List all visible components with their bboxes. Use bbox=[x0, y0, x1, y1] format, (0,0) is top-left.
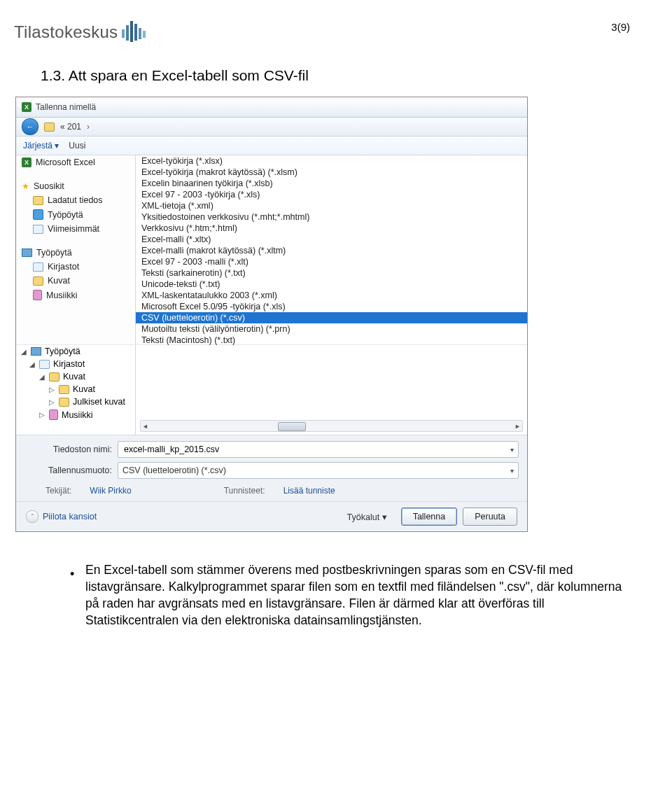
section-heading: 1.3. Att spara en Excel-tabell som CSV-f… bbox=[0, 50, 672, 97]
folder-icon bbox=[59, 398, 69, 407]
bullet-text: En Excel-tabell som stämmer överens med … bbox=[85, 561, 623, 629]
filetype-option[interactable]: Excel 97 - 2003 -malli (*.xlt) bbox=[136, 256, 527, 267]
window-title: Tallenna nimellä bbox=[36, 102, 96, 112]
filetype-option[interactable]: Excel-työkirja (*.xlsx) bbox=[136, 155, 527, 167]
logo-text: Tilastokeskus bbox=[14, 22, 118, 42]
filename-field[interactable]: ▾ bbox=[118, 441, 519, 458]
places-sidebar: XMicrosoft Excel ★Suosikit Ladatut tiedo… bbox=[16, 155, 136, 344]
recent-icon bbox=[33, 225, 43, 234]
dialog-button-row: ˄ Piilota kansiot Työkalut ▾ Tallenna Pe… bbox=[16, 501, 527, 531]
chevron-down-icon[interactable]: ▾ bbox=[510, 446, 514, 454]
bullet-icon bbox=[70, 561, 76, 629]
sidebar-item-downloads[interactable]: Ladatut tiedos bbox=[16, 193, 135, 207]
filename-row: Tiedoston nimi: ▾ bbox=[24, 441, 519, 458]
sidebar-item-desktop[interactable]: Työpöytä bbox=[16, 207, 135, 222]
save-dialog: X Tallenna nimellä ← « 201 › Järjestä ▾ … bbox=[15, 97, 528, 532]
scroll-thumb[interactable] bbox=[278, 422, 306, 431]
svg-rect-4 bbox=[139, 28, 141, 39]
sidebar-item-libraries[interactable]: Kirjastot bbox=[16, 260, 135, 274]
filetype-option[interactable]: Muotoiltu teksti (välilyöntierotin) (*.p… bbox=[136, 323, 527, 335]
filename-label: Tiedoston nimi: bbox=[24, 444, 112, 454]
window-titlebar: X Tallenna nimellä bbox=[16, 97, 527, 118]
star-icon: ★ bbox=[22, 181, 29, 191]
form-area: Tiedoston nimi: ▾ Tallennusmuoto: CSV (l… bbox=[16, 435, 527, 501]
monitor-icon bbox=[22, 248, 32, 257]
folder-icon bbox=[49, 372, 59, 382]
svg-rect-0 bbox=[122, 29, 125, 38]
filetype-option[interactable]: XML-tietoja (*.xml) bbox=[136, 200, 527, 211]
tree-item-music[interactable]: ▷Musiikki bbox=[16, 408, 135, 421]
filetype-option[interactable]: Microsoft Excel 5.0/95 -työkirja (*.xls) bbox=[136, 301, 527, 312]
sidebar-item-recent[interactable]: Viimeisimmät bbox=[16, 222, 135, 236]
filetype-option[interactable]: Excel-malli (makrot käytössä) (*.xltm) bbox=[136, 245, 527, 256]
filename-input[interactable] bbox=[122, 444, 510, 455]
excel-icon: X bbox=[22, 102, 31, 112]
svg-rect-2 bbox=[130, 21, 133, 42]
right-buttons: Työkalut ▾ Tallenna Peruuta bbox=[347, 507, 517, 526]
sidebar-item-desktop2[interactable]: Työpöytä bbox=[16, 246, 135, 260]
libraries-icon bbox=[33, 262, 43, 272]
horizontal-scrollbar[interactable]: ◄ ► bbox=[140, 420, 523, 432]
filetype-option[interactable]: CSV (luetteloerotin) (*.csv) bbox=[136, 312, 527, 323]
authors-value[interactable]: Wiik Pirkko bbox=[90, 486, 131, 496]
sidebar-item-music[interactable]: Musiikki bbox=[16, 288, 135, 302]
logo-bars-icon bbox=[122, 21, 146, 43]
nav-bar: ← « 201 › bbox=[16, 118, 527, 136]
filetype-option[interactable]: Excel-malli (*.xltx) bbox=[136, 234, 527, 245]
tools-menu[interactable]: Työkalut ▾ bbox=[347, 512, 396, 522]
filetype-option[interactable]: Excel-työkirja (makrot käytössä) (*.xlsm… bbox=[136, 167, 527, 178]
tree-item-public-pictures[interactable]: ▷Julkiset kuvat bbox=[16, 396, 135, 408]
svg-rect-1 bbox=[126, 25, 129, 41]
hide-folders-button[interactable]: ˄ Piilota kansiot bbox=[26, 510, 97, 523]
page-number: 3(9) bbox=[611, 21, 630, 33]
filetype-option[interactable]: Unicode-teksti (*.txt) bbox=[136, 279, 527, 290]
libraries-icon bbox=[39, 360, 50, 369]
sidebar-item-excel[interactable]: XMicrosoft Excel bbox=[16, 155, 135, 169]
folder-tree: ◢Työpöytä ◢Kirjastot ◢Kuvat ▷Kuvat ▷Julk… bbox=[16, 345, 136, 435]
document-page: Tilastokeskus 3(9) 1.3. Att spara en Exc… bbox=[0, 0, 672, 798]
toolbar-row: Järjestä ▾ Uusi bbox=[16, 136, 527, 155]
bullet-item: En Excel-tabell som stämmer överens med … bbox=[70, 561, 623, 629]
music-icon bbox=[49, 410, 58, 420]
filetype-option[interactable]: XML-laskentataulukko 2003 (*.xml) bbox=[136, 290, 527, 301]
chevron-up-icon: ˄ bbox=[26, 510, 38, 523]
filetype-selected: CSV (luetteloerotin) (*.csv) bbox=[122, 465, 226, 475]
filetype-option[interactable]: Teksti (sarkainerotin) (*.txt) bbox=[136, 267, 527, 279]
folder-icon bbox=[33, 276, 43, 286]
tree-item-libraries[interactable]: ◢Kirjastot bbox=[16, 358, 135, 370]
filetype-option[interactable]: Teksti (Macintosh) (*.txt) bbox=[136, 335, 527, 346]
dialog-body: XMicrosoft Excel ★Suosikit Ladatut tiedo… bbox=[16, 155, 527, 344]
filetype-dropdown-list[interactable]: Excel-työkirja (*.xlsx)Excel-työkirja (m… bbox=[136, 155, 527, 344]
authors-label: Tekijät: bbox=[46, 486, 71, 496]
organize-menu[interactable]: Järjestä ▾ bbox=[23, 141, 59, 150]
page-header: Tilastokeskus 3(9) bbox=[0, 0, 672, 50]
desktop-icon bbox=[33, 209, 43, 220]
sidebar-item-favorites[interactable]: ★Suosikit bbox=[16, 179, 135, 193]
tree-item-pictures2[interactable]: ▷Kuvat bbox=[16, 383, 135, 396]
chevron-right-icon: › bbox=[87, 122, 90, 132]
scroll-left-icon[interactable]: ◄ bbox=[142, 423, 148, 430]
music-icon bbox=[33, 290, 42, 300]
scroll-right-icon[interactable]: ► bbox=[514, 423, 521, 430]
filetype-option[interactable]: Excelin binaarinen työkirja (*.xlsb) bbox=[136, 178, 527, 189]
excel-icon: X bbox=[22, 158, 31, 167]
logo: Tilastokeskus bbox=[14, 21, 146, 43]
new-folder-button[interactable]: Uusi bbox=[69, 141, 85, 150]
filetype-label: Tallennusmuoto: bbox=[24, 465, 112, 475]
folder-icon bbox=[33, 196, 43, 205]
filetype-option[interactable]: Excel 97 - 2003 -työkirja (*.xls) bbox=[136, 189, 527, 200]
tags-label: Tunnisteet: bbox=[224, 486, 265, 496]
tags-value[interactable]: Lisää tunniste bbox=[284, 486, 335, 496]
file-pane: ◄ ► bbox=[136, 345, 527, 435]
tree-item-pictures[interactable]: ◢Kuvat bbox=[16, 370, 135, 383]
sidebar-item-pictures[interactable]: Kuvat bbox=[16, 274, 135, 288]
save-button[interactable]: Tallenna bbox=[401, 507, 458, 526]
breadcrumb[interactable]: « 201 bbox=[60, 122, 81, 132]
filetype-field[interactable]: CSV (luetteloerotin) (*.csv) ▾ bbox=[118, 462, 519, 479]
filetype-option[interactable]: Yksitiedostoinen verkkosivu (*.mht;*.mht… bbox=[136, 211, 527, 223]
cancel-button[interactable]: Peruuta bbox=[463, 507, 517, 526]
chevron-down-icon[interactable]: ▾ bbox=[510, 467, 514, 475]
back-button[interactable]: ← bbox=[22, 118, 38, 135]
filetype-option[interactable]: Verkkosivu (*.htm;*.html) bbox=[136, 223, 527, 234]
tree-item-desktop[interactable]: ◢Työpöytä bbox=[16, 345, 135, 358]
